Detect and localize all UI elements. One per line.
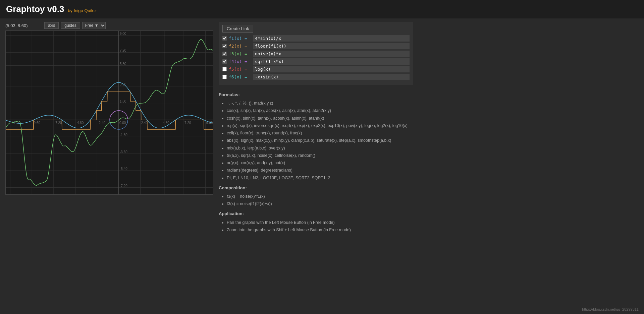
create-link-button[interactable]: Create Link <box>222 25 253 33</box>
composition-title: Composition: <box>219 184 447 192</box>
func-input-f4[interactable] <box>253 58 410 65</box>
func-label-f1: f1(x) = <box>229 36 253 41</box>
axis-button[interactable]: axis <box>44 22 59 29</box>
func-checkbox-f5[interactable] <box>222 67 227 71</box>
right-panel: Create Link f1(x) =f2(x) =f3(x) =f4(x) =… <box>219 22 639 234</box>
coord-display: (5.03, 8.60) <box>5 23 42 28</box>
func-label-f4: f4(x) = <box>229 59 253 64</box>
footer-url: https://blog.csdn.net/qq_28299311 <box>582 307 639 311</box>
list-item: or(y,x), xor(x,y), and(x,y), not(x) <box>227 160 447 167</box>
info-panel: Formulas: +, -, *, /, %, (), mad(x,y,z)c… <box>219 88 447 234</box>
list-item: mix(a,b,x), lerp(a,b,x), over(x,y) <box>227 145 447 152</box>
list-item: cos(x), sin(x), tan(x), acos(x), asin(x)… <box>227 107 447 114</box>
func-label-f6: f6(x) = <box>229 74 253 79</box>
func-checkbox-f4[interactable] <box>222 59 227 64</box>
composition-list: f3(x) = noise(x)*f1(x)f3(x) = noise(f1(f… <box>227 193 447 208</box>
list-item: rcp(x), sqrt(x), inversesqrt(x), rsqrt(x… <box>227 122 447 129</box>
graph-canvas[interactable] <box>6 31 213 195</box>
list-item: tri(a,x), sqr(a,x), noise(x), cellnoise(… <box>227 152 447 159</box>
title-text: Graphtoy v0.3 <box>6 4 64 14</box>
list-item: +, -, *, /, %, (), mad(x,y,z) <box>227 100 447 107</box>
func-input-f3[interactable] <box>253 51 410 57</box>
function-rows: f1(x) =f2(x) =f3(x) =f4(x) =f5(x) =f6(x)… <box>222 35 410 80</box>
formulas-title: Formulas: <box>219 91 447 99</box>
func-input-f2[interactable] <box>253 43 410 49</box>
list-item: cosh(x), sinh(x), tanh(x), acosh(x), asi… <box>227 115 447 122</box>
func-label-f3: f3(x) = <box>229 51 253 56</box>
func-row-f5: f5(x) = <box>222 66 410 72</box>
func-checkbox-f1[interactable] <box>222 36 227 41</box>
graph-panel: (5.03, 8.60) axis guides Free ▼ Zoom Pan <box>5 22 213 234</box>
mode-select[interactable]: Free ▼ Zoom Pan <box>82 22 106 29</box>
func-checkbox-f6[interactable] <box>222 75 227 79</box>
func-row-f4: f4(x) = <box>222 58 410 65</box>
graph-toolbar: (5.03, 8.60) axis guides Free ▼ Zoom Pan <box>5 22 213 30</box>
list-item: f3(x) = noise(f1(f2(x)+x)) <box>227 200 447 207</box>
list-item: f3(x) = noise(x)*f1(x) <box>227 193 447 200</box>
func-checkbox-f3[interactable] <box>222 52 227 56</box>
application-list: Pan the graphs with the Left Mouse Butto… <box>227 219 447 234</box>
func-input-f1[interactable] <box>253 35 410 42</box>
func-label-f5: f5(x) = <box>229 67 253 72</box>
list-item: Zoom into the graphs with Shif + Left Mo… <box>227 227 447 234</box>
app-header: Graphtoy v0.3 by Inigo Quilez <box>0 0 644 18</box>
list-item: abs(x), sign(x), max(x,y), min(x,y), cla… <box>227 137 447 144</box>
list-item: Pan the graphs with the Left Mouse Butto… <box>227 219 447 226</box>
list-item: PI, E, LN10, LN2, LOG10E, LOG2E, SQRT2, … <box>227 175 447 182</box>
formulas-list: +, -, *, /, %, (), mad(x,y,z)cos(x), sin… <box>227 100 447 182</box>
app-title: Graphtoy v0.3 by Inigo Quilez <box>6 4 638 14</box>
main-layout: (5.03, 8.60) axis guides Free ▼ Zoom Pan… <box>0 18 644 237</box>
graph-canvas-container[interactable] <box>5 30 213 195</box>
func-label-f2: f2(x) = <box>229 44 253 49</box>
func-row-f6: f6(x) = <box>222 74 410 80</box>
list-item: radians(degrees), degrees(radians) <box>227 167 447 174</box>
function-panel: Create Link f1(x) =f2(x) =f3(x) =f4(x) =… <box>219 22 413 84</box>
application-title: Application: <box>219 210 447 217</box>
guides-button[interactable]: guides <box>61 22 80 29</box>
func-row-f1: f1(x) = <box>222 35 410 42</box>
func-row-f3: f3(x) = <box>222 51 410 57</box>
author-credit: by Inigo Quilez <box>67 8 97 13</box>
list-item: cell(x), floor(x), trunc(x), round(x), f… <box>227 130 447 137</box>
func-checkbox-f2[interactable] <box>222 44 227 48</box>
func-input-f6[interactable] <box>253 74 410 80</box>
func-row-f2: f2(x) = <box>222 43 410 49</box>
func-input-f5[interactable] <box>253 66 410 72</box>
